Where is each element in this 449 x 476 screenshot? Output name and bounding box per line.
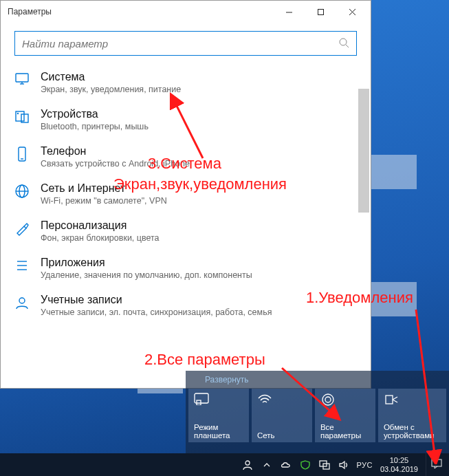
svg-rect-9	[16, 111, 24, 121]
item-desc: Фон, экран блокировки, цвета	[41, 233, 160, 243]
svg-point-11	[18, 113, 19, 114]
tile-nearby-share[interactable]: Обмен с устройствами	[378, 389, 446, 442]
tray-language[interactable]: РУС	[356, 461, 373, 469]
settings-item-phone[interactable]: Телефон Связать устройство с Android, iP…	[1, 138, 371, 175]
titlebar: Параметры	[1, 1, 371, 23]
brush-icon	[13, 219, 31, 236]
globe-icon	[13, 182, 31, 199]
tray-chevron-up-icon[interactable]	[260, 461, 274, 469]
item-desc: Bluetooth, принтеры, мышь	[41, 122, 149, 131]
taskbar: РУС 10:25 03.04.2019	[0, 453, 449, 476]
tile-tablet-mode[interactable]: Режим планшета	[188, 389, 249, 442]
item-label: Система	[41, 71, 181, 83]
tile-label: Режим планшета	[194, 423, 245, 440]
apps-icon	[13, 257, 31, 273]
item-desc: Связать устройство с Android, iPhone	[41, 159, 190, 169]
item-desc: Удаление, значения по умолчанию, доп. ко…	[41, 270, 252, 280]
tray-network-icon[interactable]	[318, 460, 331, 470]
item-label: Устройства	[41, 108, 149, 120]
settings-window: Параметры Система Экран, звук, уведомлен…	[0, 0, 371, 389]
svg-rect-6	[16, 74, 28, 82]
settings-item-accounts[interactable]: Учетные записи Учетные записи, эл. почта…	[1, 287, 371, 324]
tray-date: 03.04.2019	[380, 465, 418, 473]
account-icon	[13, 294, 31, 310]
gear-icon	[320, 393, 371, 408]
tablet-icon	[194, 393, 245, 408]
item-label: Приложения	[41, 257, 252, 269]
expand-link[interactable]: Развернуть	[186, 374, 449, 389]
svg-point-26	[245, 461, 250, 465]
svg-point-24	[322, 394, 333, 405]
settings-item-network[interactable]: Сеть и Интернет Wi-Fi, режим "в самолете…	[1, 175, 371, 213]
settings-list: Система Экран, звук, уведомления, питани…	[1, 61, 371, 388]
tile-network[interactable]: Сеть	[252, 389, 312, 442]
notification-icon	[430, 458, 443, 471]
svg-rect-25	[386, 396, 393, 404]
notifications-button[interactable]	[426, 453, 446, 476]
svg-point-20	[19, 298, 25, 303]
tile-label: Обмен с устройствами	[384, 423, 442, 440]
tray-security-icon[interactable]	[298, 460, 312, 470]
svg-point-23	[325, 397, 331, 402]
tray-clock[interactable]: 10:25 03.04.2019	[378, 456, 420, 473]
scrollbar-thumb[interactable]	[358, 89, 369, 213]
display-icon	[13, 71, 31, 86]
svg-rect-29	[432, 459, 441, 466]
item-label: Телефон	[41, 145, 190, 158]
window-title: Параметры	[8, 7, 273, 17]
wifi-icon	[257, 393, 308, 408]
item-label: Учетные записи	[41, 294, 272, 306]
svg-line-5	[346, 45, 349, 47]
search-box[interactable]	[14, 31, 357, 56]
tray-time: 10:25	[380, 456, 418, 464]
tray-onedrive-icon[interactable]	[279, 461, 293, 469]
settings-item-system[interactable]: Система Экран, звук, уведомления, питани…	[1, 64, 371, 101]
tile-label: Все параметры	[320, 423, 371, 440]
settings-item-personalization[interactable]: Персонализация Фон, экран блокировки, цв…	[1, 213, 371, 250]
action-center-panel: Развернуть Режим планшета Сеть Все парам…	[186, 371, 449, 453]
item-desc: Wi-Fi, режим "в самолете", VPN	[41, 196, 167, 206]
svg-point-4	[340, 39, 347, 45]
settings-item-apps[interactable]: Приложения Удаление, значения по умолчан…	[1, 250, 371, 287]
search-input[interactable]	[22, 38, 338, 50]
phone-icon	[13, 145, 31, 162]
svg-rect-1	[318, 9, 323, 14]
tile-label: Сеть	[257, 431, 308, 440]
item-desc: Учетные записи, эл. почта, синхронизация…	[41, 307, 272, 317]
close-button[interactable]	[336, 1, 368, 22]
item-desc: Экран, звук, уведомления, питание	[41, 85, 181, 94]
tile-all-settings[interactable]: Все параметры	[315, 389, 375, 442]
item-label: Персонализация	[41, 219, 160, 232]
item-label: Сеть и Интернет	[41, 182, 167, 195]
tray-volume-icon[interactable]	[337, 460, 351, 470]
devices-icon	[13, 108, 31, 123]
settings-item-devices[interactable]: Устройства Bluetooth, принтеры, мышь	[1, 101, 371, 138]
tray-people-icon[interactable]	[241, 459, 254, 470]
minimize-button[interactable]	[273, 1, 305, 22]
maximize-button[interactable]	[305, 1, 336, 22]
search-icon	[338, 37, 349, 50]
share-icon	[384, 393, 442, 408]
